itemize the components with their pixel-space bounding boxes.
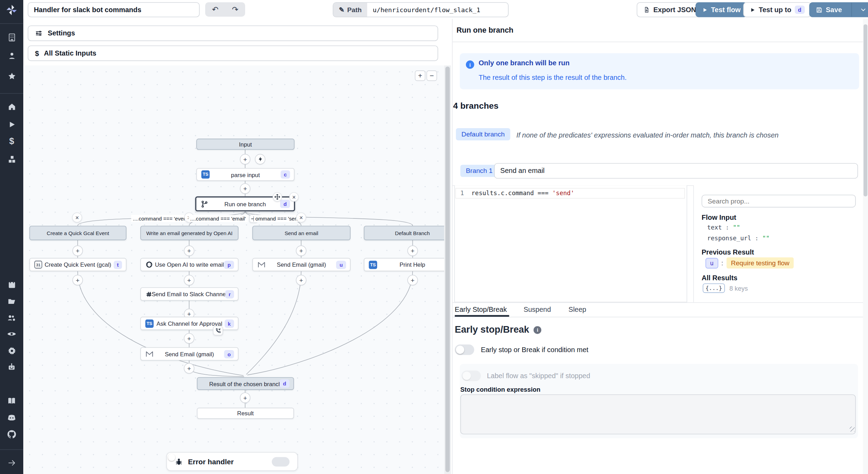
code-string: 'send'	[552, 190, 574, 197]
add-step-icon[interactable]: +	[296, 275, 306, 285]
panel-title: Run one branch	[457, 26, 514, 34]
tab-early-stop[interactable]: Early Stop/Break	[455, 306, 507, 313]
workspace-building-icon[interactable]	[0, 31, 23, 44]
add-step-icon[interactable]: +	[184, 363, 194, 373]
branches-heading: 4 branches	[453, 101, 499, 111]
previous-result-row[interactable]: u : Require testing flow	[706, 257, 794, 268]
step-id-badge: t	[114, 260, 122, 269]
sidebar-divider	[0, 23, 23, 24]
discord-icon[interactable]	[0, 411, 23, 424]
test-up-to-button[interactable]: Test up to d	[743, 2, 811, 17]
branch-summary-input[interactable]	[494, 163, 858, 179]
runs-play-icon[interactable]	[0, 118, 23, 131]
tab-suspend[interactable]: Suspend	[524, 306, 551, 313]
flow-canvas[interactable]: + − Input + TS parse input c + Run one b…	[23, 65, 444, 474]
branch-header-node[interactable]: Create a Quick Gcal Event	[30, 226, 127, 240]
node-label: Send Email (gmail)	[253, 261, 350, 268]
skipped-toggle[interactable]	[461, 371, 481, 381]
docs-book-icon[interactable]	[0, 394, 23, 408]
groups-users-icon[interactable]	[0, 311, 23, 324]
branch-header-node[interactable]: Write an email generated by Open AI	[140, 226, 239, 240]
node-create-quick-event[interactable]: 31 Create Quick Event (gcal) t	[30, 258, 127, 271]
test-flow-button[interactable]: Test flow	[695, 2, 747, 17]
delete-node-icon[interactable]: ×	[289, 192, 299, 201]
static-inputs-row[interactable]: $ All Static Inputs	[28, 45, 438, 61]
audit-eye-icon[interactable]	[0, 327, 23, 340]
branch-header-node[interactable]: Default Branch	[364, 226, 444, 240]
search-prop-input[interactable]	[702, 195, 856, 208]
resources-cubes-icon[interactable]	[0, 152, 23, 166]
save-button-divider	[851, 3, 852, 17]
favorites-star-icon[interactable]	[0, 69, 23, 83]
predicate-code-editor[interactable]: 1 results.c.command === 'send'	[454, 185, 687, 302]
error-handler-card[interactable]: Error handler	[166, 452, 298, 471]
add-step-icon[interactable]: +	[296, 246, 306, 256]
add-step-icon[interactable]: +	[240, 183, 250, 194]
tab-sleep[interactable]: Sleep	[568, 306, 586, 313]
node-send-email-gmail[interactable]: Send Email (gmail) u	[252, 258, 351, 271]
add-step-icon[interactable]: +	[407, 275, 418, 285]
panel-scrollbar[interactable]	[863, 19, 868, 474]
info-icon[interactable]: i	[534, 326, 541, 334]
settings-row[interactable]: Settings	[28, 25, 438, 41]
save-dropdown-button[interactable]	[856, 3, 868, 17]
delete-branch-icon[interactable]: ×	[72, 213, 82, 223]
folders-icon[interactable]	[0, 294, 23, 308]
trigger-bolt-icon[interactable]	[255, 154, 265, 164]
add-step-icon[interactable]: +	[184, 246, 194, 256]
node-ask-approval[interactable]: TS Ask Channel for Approval k	[140, 317, 239, 330]
early-stop-toggle[interactable]	[455, 344, 474, 355]
node-send-email-slack[interactable]: Send Email to Slack Channel r	[140, 287, 239, 300]
prop-row[interactable]: response_url : ""	[707, 235, 770, 242]
flow-editor-app: $	[0, 0, 868, 474]
node-print-help[interactable]: TS Print Help	[364, 258, 444, 271]
flow-name-input[interactable]	[28, 2, 200, 17]
export-json-button[interactable]: Export JSON	[637, 2, 703, 17]
resize-handle-icon[interactable]	[850, 426, 854, 431]
canvas-scrollbar[interactable]	[444, 65, 451, 474]
node-parse-input[interactable]: TS parse input c	[196, 168, 294, 181]
move-node-icon[interactable]	[273, 192, 282, 201]
collapse-arrow-icon[interactable]	[0, 456, 23, 469]
add-step-icon[interactable]: +	[72, 246, 83, 256]
node-label: Input	[197, 141, 294, 148]
error-handler-toggle[interactable]	[272, 457, 290, 466]
save-button[interactable]: Save	[810, 3, 848, 17]
node-result[interactable]: Result	[197, 408, 294, 419]
node-use-openai[interactable]: Use Open AI to write email p	[140, 258, 239, 271]
node-send-email-gmail-2[interactable]: Send Email (gmail) o	[140, 347, 239, 360]
add-step-icon[interactable]: +	[184, 333, 194, 343]
all-results-row[interactable]: {...} 8 keys	[703, 283, 748, 293]
add-step-icon[interactable]: +	[407, 246, 418, 256]
schedules-calendar-icon[interactable]	[0, 278, 23, 291]
node-label: Result	[198, 410, 293, 416]
node-branch-result[interactable]: Result of the chosen branch d	[197, 377, 294, 390]
add-step-icon[interactable]: +	[240, 154, 250, 164]
node-label: Print Help	[364, 261, 444, 268]
workers-robot-icon[interactable]	[0, 360, 23, 374]
home-icon[interactable]	[0, 100, 23, 113]
path-box[interactable]: ✎Path u/henricourdent/flow_slack_1	[333, 2, 508, 17]
add-step-icon[interactable]: +	[240, 392, 250, 403]
stop-condition-textarea[interactable]	[460, 394, 856, 434]
settings-gear-icon[interactable]	[0, 344, 23, 357]
windmill-logo-icon[interactable]	[0, 3, 23, 17]
user-icon[interactable]	[0, 49, 23, 62]
add-step-icon[interactable]: +	[184, 275, 194, 285]
divider	[452, 42, 868, 42]
scrollbar-thumb[interactable]	[863, 24, 867, 196]
redo-icon[interactable]: ↷	[232, 5, 239, 14]
branch-label: Default Branch	[364, 230, 444, 236]
add-step-icon[interactable]: +	[72, 275, 83, 285]
zoom-in-button[interactable]: +	[415, 70, 425, 81]
scrollbar-thumb[interactable]	[445, 67, 450, 472]
prop-row[interactable]: text : ""	[707, 224, 740, 231]
step-id-badge: p	[224, 260, 234, 269]
variables-dollar-icon[interactable]: $	[0, 135, 23, 148]
branch-header-node[interactable]: Send an email	[252, 226, 351, 240]
node-input[interactable]: Input	[196, 139, 294, 150]
github-icon[interactable]	[0, 428, 23, 441]
zoom-out-button[interactable]: −	[426, 70, 437, 81]
delete-branch-icon[interactable]: ×	[296, 213, 306, 223]
undo-icon[interactable]: ↶	[212, 5, 218, 14]
